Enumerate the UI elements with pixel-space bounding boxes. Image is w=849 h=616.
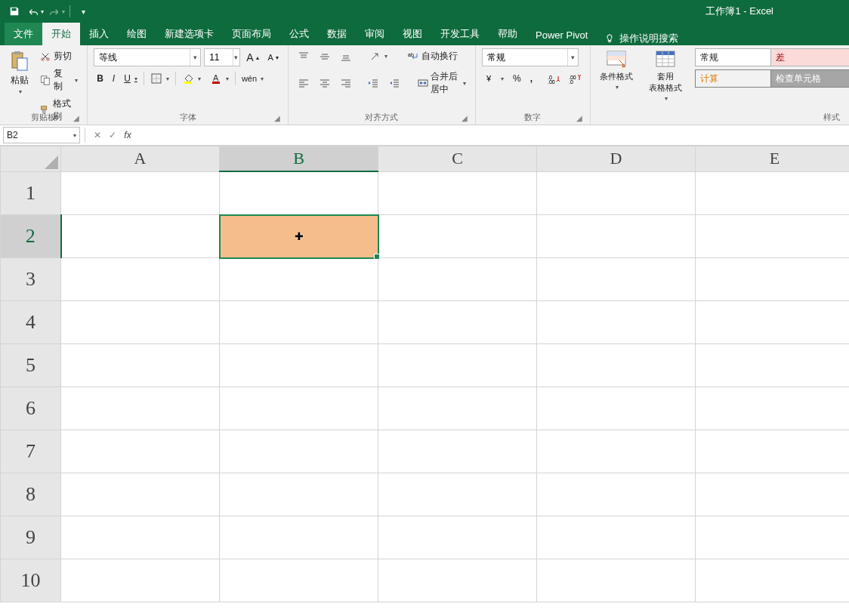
cell-A10[interactable] xyxy=(61,559,220,602)
cell-C7[interactable] xyxy=(378,430,537,473)
cell-A3[interactable] xyxy=(61,258,220,301)
row-header-4[interactable]: 4 xyxy=(1,301,61,344)
align-right-button[interactable] xyxy=(337,75,355,91)
cell-E1[interactable] xyxy=(696,171,850,215)
number-format-input[interactable] xyxy=(483,50,567,65)
decrease-indent-button[interactable] xyxy=(364,75,382,91)
redo-icon[interactable]: ▾ xyxy=(48,3,65,20)
row-header-5[interactable]: 5 xyxy=(1,344,61,387)
align-center-button[interactable] xyxy=(316,75,334,91)
decrease-decimal-button[interactable]: .00.0 xyxy=(566,71,584,86)
row-header-10[interactable]: 10 xyxy=(1,559,61,602)
tell-me[interactable]: 操作说明搜索 xyxy=(597,32,686,45)
increase-indent-button[interactable] xyxy=(385,75,403,91)
cell-B1[interactable] xyxy=(220,171,378,215)
formula-input[interactable] xyxy=(135,128,849,143)
font-name-combo[interactable]: ▾ xyxy=(94,48,201,66)
style-normal[interactable]: 常规 xyxy=(695,48,775,66)
borders-button[interactable]: ▾ xyxy=(147,71,172,86)
cell-C8[interactable] xyxy=(378,473,537,516)
cell-D5[interactable] xyxy=(537,344,696,387)
cell-D4[interactable] xyxy=(537,301,696,344)
cell-B3[interactable] xyxy=(220,258,378,301)
font-name-input[interactable] xyxy=(94,50,190,65)
cell-A8[interactable] xyxy=(61,473,220,516)
tab-formulas[interactable]: 公式 xyxy=(280,23,318,45)
tab-powerpivot[interactable]: Power Pivot xyxy=(526,25,597,45)
cell-C5[interactable] xyxy=(378,344,537,387)
cell-B2[interactable]: ✚ xyxy=(220,215,378,258)
customize-qat-icon[interactable]: ▾ xyxy=(75,3,91,20)
cell-D7[interactable] xyxy=(537,430,696,473)
cell-E10[interactable] xyxy=(696,559,850,602)
cell-B7[interactable] xyxy=(220,430,378,473)
paste-button[interactable]: 粘贴 ▾ xyxy=(6,48,33,107)
chevron-down-icon[interactable]: ▾ xyxy=(190,49,200,66)
row-header-7[interactable]: 7 xyxy=(1,430,61,473)
row-header-8[interactable]: 8 xyxy=(1,473,61,516)
font-dialog-launcher[interactable]: ◢ xyxy=(273,113,282,122)
comma-button[interactable]: , xyxy=(527,72,536,85)
cell-E2[interactable] xyxy=(696,215,850,258)
cell-B6[interactable] xyxy=(220,387,378,430)
cell-B8[interactable] xyxy=(220,473,378,516)
spreadsheet-grid[interactable]: A B C D E 12✚345678910 xyxy=(0,146,849,616)
phonetic-button[interactable]: wén▾ xyxy=(239,72,267,85)
col-header-A[interactable]: A xyxy=(61,146,220,172)
chevron-down-icon[interactable]: ▾ xyxy=(73,132,76,139)
cell-D8[interactable] xyxy=(537,473,696,516)
save-icon[interactable] xyxy=(6,3,23,20)
bold-button[interactable]: B xyxy=(94,72,107,85)
cell-B9[interactable] xyxy=(220,516,378,559)
cell-C1[interactable] xyxy=(378,171,537,215)
row-header-9[interactable]: 9 xyxy=(1,516,61,559)
tab-insert[interactable]: 插入 xyxy=(80,23,118,45)
col-header-C[interactable]: C xyxy=(378,146,537,172)
underline-button[interactable]: U▾ xyxy=(121,72,140,85)
cell-B5[interactable] xyxy=(220,344,378,387)
cell-D6[interactable] xyxy=(537,387,696,430)
cell-E7[interactable] xyxy=(696,430,850,473)
cell-A5[interactable] xyxy=(61,344,220,387)
cell-A2[interactable] xyxy=(61,215,220,258)
copy-button[interactable]: 复制▾ xyxy=(36,66,81,94)
row-header-1[interactable]: 1 xyxy=(1,171,61,215)
cell-A4[interactable] xyxy=(61,301,220,344)
align-bottom-button[interactable] xyxy=(337,49,355,64)
col-header-E[interactable]: E xyxy=(696,146,850,172)
italic-button[interactable]: I xyxy=(110,72,118,85)
row-header-3[interactable]: 3 xyxy=(1,258,61,301)
number-format-combo[interactable]: ▾ xyxy=(482,48,579,66)
col-header-D[interactable]: D xyxy=(537,146,696,172)
tab-developer[interactable]: 开发工具 xyxy=(431,23,489,45)
cell-B4[interactable] xyxy=(220,301,378,344)
cell-D2[interactable] xyxy=(537,215,696,258)
tab-draw[interactable]: 绘图 xyxy=(118,23,156,45)
tab-data[interactable]: 数据 xyxy=(318,23,356,45)
cell-E6[interactable] xyxy=(696,387,850,430)
align-left-button[interactable] xyxy=(295,75,313,91)
format-as-table-button[interactable]: 套用 表格格式▾ xyxy=(644,48,687,107)
tab-custom[interactable]: 新建选项卡 xyxy=(156,23,223,45)
cell-C6[interactable] xyxy=(378,387,537,430)
cell-C4[interactable] xyxy=(378,301,537,344)
tab-layout[interactable]: 页面布局 xyxy=(223,23,280,45)
cell-E4[interactable] xyxy=(696,301,850,344)
font-color-button[interactable]: A▾ xyxy=(207,71,232,86)
cell-C10[interactable] xyxy=(378,559,537,602)
cell-E5[interactable] xyxy=(696,344,850,387)
increase-decimal-button[interactable]: .0.00 xyxy=(545,71,563,86)
cell-C2[interactable] xyxy=(378,215,537,258)
cell-styles-gallery[interactable]: 常规 差 计算 检查单元格 xyxy=(695,48,843,88)
number-dialog-launcher[interactable]: ◢ xyxy=(575,113,584,122)
cell-A1[interactable] xyxy=(61,171,220,215)
tab-help[interactable]: 帮助 xyxy=(489,23,526,45)
cell-B10[interactable] xyxy=(220,559,378,602)
cell-D1[interactable] xyxy=(537,171,696,215)
cell-D3[interactable] xyxy=(537,258,696,301)
font-size-input[interactable] xyxy=(205,50,232,65)
row-header-6[interactable]: 6 xyxy=(1,387,61,430)
clipboard-dialog-launcher[interactable]: ◢ xyxy=(72,113,81,122)
name-box[interactable]: B2 ▾ xyxy=(3,127,80,143)
font-size-combo[interactable]: ▾ xyxy=(204,48,240,66)
